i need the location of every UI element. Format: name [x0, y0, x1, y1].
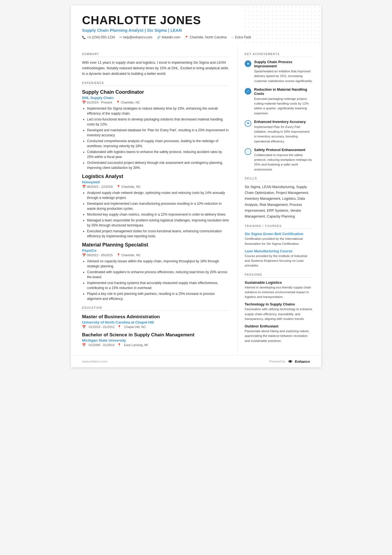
- education-section-title: EDUCATION: [82, 306, 229, 311]
- skills-section-title: SKILLS: [245, 177, 313, 181]
- summary-section-title: SUMMARY: [82, 53, 229, 57]
- passion-item-3: Outdoor Enthusiast Passionate about hiki…: [245, 324, 313, 343]
- achievement-4: ♡ Safety Protocol Enhancement Collaborat…: [245, 148, 313, 172]
- achievement-desc-4: Collaborated to improve the safety proto…: [254, 153, 313, 172]
- bullet-3-1: Coordinated with suppliers to enhance pr…: [87, 270, 229, 280]
- training-desc-2: Course provided by the Institute of Indu…: [245, 254, 313, 268]
- bullet-3-0: Advised on capacity issues within the su…: [87, 259, 229, 269]
- summary-text: With over 11 years in supply chain and l…: [82, 60, 229, 77]
- achievement-title-2: Reduction in Material Handling Costs: [254, 87, 313, 96]
- skills-text: Six Sigma, LEAN Manufacturing, Supply Ch…: [245, 184, 313, 220]
- job-date-1: 📅 01/2019 - Present: [82, 100, 112, 104]
- job-bullets-1: Implemented Six Sigma strategies to redu…: [82, 106, 229, 170]
- passion-title-1: Sustainable Logistics: [245, 280, 313, 285]
- training-item-2: Lean Manufacturing Course Course provide…: [245, 249, 313, 268]
- experience-section-title: EXPERIENCE: [82, 82, 229, 86]
- job-meta-1: 📅 01/2019 - Present 📍 Charlotte, NC: [82, 100, 229, 104]
- right-column: KEY ACHIEVEMENTS ★ Supply Chain Process …: [238, 45, 321, 355]
- brand-name: Enhancv: [295, 359, 310, 364]
- passion-item-2: Technology in Supply Chains Fascination …: [245, 302, 313, 321]
- job-company-1: DHL Supply Chain: [82, 96, 229, 100]
- bullet-1-1: Led cross-functional teams to develop pa…: [87, 117, 229, 127]
- passion-title-3: Outdoor Enthusiast: [245, 324, 313, 328]
- job-company-2: Honeywell: [82, 180, 229, 184]
- left-column: SUMMARY With over 11 years in supply cha…: [71, 45, 238, 355]
- calendar-icon-2: 📅: [82, 185, 86, 189]
- powered-by-text: Powered by: [269, 360, 286, 363]
- edu-school-2: Michigan State University: [82, 338, 229, 342]
- bullet-1-4: Collaborated with logistics teams to enh…: [87, 149, 229, 159]
- passion-desc-2: Fascination with utilizing technology to…: [245, 307, 313, 321]
- job-meta-2: 📅 06/2015 - 12/2018 📍 Charlotte, NC: [82, 185, 229, 189]
- job-date-2: 📅 06/2015 - 12/2018: [82, 185, 113, 189]
- footer-brand: Powered by Enhancv: [269, 358, 310, 364]
- achievement-2: ✓ Reduction in Material Handling Costs E…: [245, 87, 313, 116]
- achievement-content-4: Safety Protocol Enhancement Collaborated…: [254, 148, 313, 172]
- bullet-1-0: Implemented Six Sigma strategies to redu…: [87, 106, 229, 116]
- bullet-3-3: Played a key role in joint planning with…: [87, 291, 229, 301]
- achievement-star-icon: ★: [245, 60, 251, 67]
- loc-icon-3: 📍: [116, 253, 120, 257]
- job-company-3: PepsiCo: [82, 248, 229, 253]
- edu-loc-1: 📍: [117, 325, 121, 329]
- achievement-desc-1: Spearheaded an initiative that improved …: [254, 69, 313, 83]
- job-title-2: Logistics Analyst: [82, 174, 229, 179]
- edu-meta-1: 📅 01/2010 - 01/2012 📍 Chapel Hill, NC: [82, 325, 229, 329]
- bullet-2-3: Managed a team responsible for problem-s…: [87, 218, 229, 228]
- bullet-3-2: Implemented cost tracking systems that a…: [87, 280, 229, 290]
- bullet-2-2: Monitored key supply chain metrics, resu…: [87, 212, 229, 217]
- achievement-desc-3: Implemented Plan for Every Part initiati…: [254, 125, 313, 144]
- resume-footer: www.enhancv.com Powered by Enhancv: [71, 355, 321, 367]
- candidate-name: CHARLOTTE JONES: [82, 14, 310, 27]
- edu-loc-2: 📍: [117, 343, 121, 347]
- contact-phone: 📞 +1-(234)-555-1234: [82, 35, 115, 39]
- location-icon: 📍: [185, 36, 188, 39]
- job-bullets-2: Analyzed supply chain network design, op…: [82, 190, 229, 239]
- bullet-2-4: Executed project management duties for c…: [87, 229, 229, 239]
- training-title-2: Lean Manufacturing Course: [245, 249, 313, 253]
- resume-header: CHARLOTTE JONES Supply Chain Planning An…: [71, 6, 321, 45]
- edu-meta-2: 📅 01/2006 - 01/2010 📍 East Lansing, MI: [82, 343, 229, 347]
- footer-url: www.enhancv.com: [82, 360, 107, 363]
- calendar-icon-3: 📅: [82, 253, 86, 257]
- job-meta-3: 📅 09/2012 - 05/2015 📍 Charlotte, NC: [82, 253, 229, 257]
- loc-icon-1: 📍: [116, 100, 120, 104]
- edu-degree-1: Master of Business Administration: [82, 314, 229, 320]
- training-title-1: Six Sigma Green Belt Certification: [245, 232, 313, 236]
- achievement-1: ★ Supply Chain Process Improvement Spear…: [245, 60, 313, 83]
- job-date-3: 📅 09/2012 - 05/2015: [82, 253, 113, 257]
- email-icon: ✉: [119, 36, 122, 39]
- edu-calendar-1: 📅: [82, 325, 86, 329]
- job-location-1: 📍 Charlotte, NC: [116, 100, 140, 104]
- job-location-2: 📍 Charlotte, NC: [116, 185, 141, 189]
- achievement-3: ⚑ Enhanced Inventory Accuracy Implemente…: [245, 120, 313, 144]
- candidate-title: Supply Chain Planning Analyst | Six Sigm…: [82, 28, 310, 33]
- contact-email: ✉ help@enhancv.com: [119, 35, 152, 39]
- contact-extra: ☆ Extra Field: [231, 35, 251, 39]
- bullet-1-3: Conducted comprehensive analysis of supp…: [87, 139, 229, 149]
- passion-item-1: Sustainable Logistics Interest in develo…: [245, 280, 313, 300]
- achievement-content-1: Supply Chain Process Improvement Spearhe…: [254, 60, 313, 83]
- enhancv-logo-icon: [287, 358, 293, 364]
- achievement-check-icon: ✓: [245, 88, 251, 95]
- passion-desc-1: Interest in developing eco-friendly supp…: [245, 285, 313, 300]
- edu-degree-2: Bachelor of Science in Supply Chain Mana…: [82, 332, 229, 338]
- svg-point-2: [289, 361, 291, 362]
- achievement-pin-icon: ♡: [245, 148, 251, 155]
- resume-body: SUMMARY With over 11 years in supply cha…: [71, 45, 321, 355]
- extra-star-icon: ☆: [231, 36, 234, 39]
- passion-title-2: Technology in Supply Chains: [245, 302, 313, 306]
- job-title-3: Material Planning Specialist: [82, 242, 229, 248]
- training-desc-1: Certification provided by the Internatio…: [245, 236, 313, 246]
- achievement-title-4: Safety Protocol Enhancement: [254, 148, 313, 152]
- bullet-1-2: Developed and maintained database for 'P…: [87, 128, 229, 138]
- achievement-desc-2: Executed packaging redesign project, cut…: [254, 97, 313, 116]
- edu-calendar-2: 📅: [82, 343, 86, 347]
- job-bullets-3: Advised on capacity issues within the su…: [82, 259, 229, 301]
- achievement-content-2: Reduction in Material Handling Costs Exe…: [254, 87, 313, 116]
- bullet-2-1: Developed and implemented Lean manufactu…: [87, 201, 229, 211]
- edu-school-1: University of North Carolina at Chapel H…: [82, 320, 229, 324]
- achievement-title-1: Supply Chain Process Improvement: [254, 60, 313, 68]
- contact-location: 📍 Charlotte, North Carolina: [185, 35, 227, 39]
- job-title-1: Supply Chain Coordinator: [82, 89, 229, 95]
